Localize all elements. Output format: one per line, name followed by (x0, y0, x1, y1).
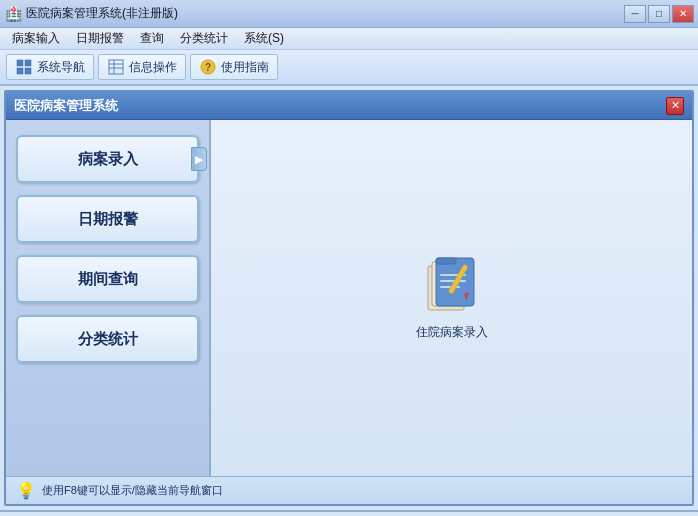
toolbar: 系统导航 信息操作 ? 使用指南 (0, 50, 698, 86)
svg-rect-13 (436, 258, 456, 264)
content-item-record[interactable]: 住院病案录入 (416, 256, 488, 341)
svg-rect-2 (17, 68, 23, 74)
sidebar-btn-query[interactable]: 期间查询 (16, 255, 199, 303)
help-icon: ? (199, 58, 217, 76)
window-content: 病案录入 ▶ 日期报警 期间查询 分类统计 (6, 120, 692, 476)
svg-text:?: ? (205, 62, 211, 73)
app-statusbar: 🌐 准备 👤 Admin 🌸 欢迎使用我们的产品！ (0, 510, 698, 516)
main-window: 医院病案管理系统 ✕ 病案录入 ▶ 日期报警 期间查询 分类统计 (4, 90, 694, 506)
menu-item-record[interactable]: 病案输入 (4, 28, 68, 49)
maximize-button[interactable]: □ (648, 5, 670, 23)
window-statusbar: 💡 使用F8键可以显示/隐藏当前导航窗口 (6, 476, 692, 504)
toolbar-guide-button[interactable]: ? 使用指南 (190, 54, 278, 80)
sidebar-btn-query-label: 期间查询 (78, 270, 138, 289)
menu-item-query[interactable]: 查询 (132, 28, 172, 49)
toolbar-nav-label: 系统导航 (37, 59, 85, 76)
app-title: 医院病案管理系统(非注册版) (26, 5, 624, 22)
svg-rect-15 (440, 280, 466, 282)
grid-icon (15, 58, 33, 76)
svg-rect-1 (25, 60, 31, 66)
toolbar-info-button[interactable]: 信息操作 (98, 54, 186, 80)
window-title: 医院病案管理系统 (14, 97, 666, 115)
toolbar-nav-button[interactable]: 系统导航 (6, 54, 94, 80)
sidebar-btn-record[interactable]: 病案录入 ▶ (16, 135, 199, 183)
window-close-button[interactable]: ✕ (666, 97, 684, 115)
bulb-icon: 💡 (16, 481, 36, 500)
book-icon (420, 256, 484, 316)
title-bar: 🏥 医院病案管理系统(非注册版) ─ □ ✕ (0, 0, 698, 28)
toolbar-guide-label: 使用指南 (221, 59, 269, 76)
svg-rect-0 (17, 60, 23, 66)
sidebar-btn-stats-label: 分类统计 (78, 330, 138, 349)
sidebar-btn-date-label: 日期报警 (78, 210, 138, 229)
menu-item-system[interactable]: 系统(S) (236, 28, 292, 49)
table-icon (107, 58, 125, 76)
content-item-label: 住院病案录入 (416, 324, 488, 341)
sidebar-btn-date[interactable]: 日期报警 (16, 195, 199, 243)
svg-rect-3 (25, 68, 31, 74)
app-icon: 🏥 (4, 5, 22, 23)
menu-item-stats[interactable]: 分类统计 (172, 28, 236, 49)
window-titlebar: 医院病案管理系统 ✕ (6, 92, 692, 120)
sidebar-btn-record-label: 病案录入 (78, 150, 138, 169)
svg-rect-4 (109, 60, 123, 74)
sidebar: 病案录入 ▶ 日期报警 期间查询 分类统计 (6, 120, 211, 476)
close-button[interactable]: ✕ (672, 5, 694, 23)
sidebar-btn-stats[interactable]: 分类统计 (16, 315, 199, 363)
menu-bar: 病案输入 日期报警 查询 分类统计 系统(S) (0, 28, 698, 50)
sidebar-arrow-icon: ▶ (191, 147, 207, 171)
content-area: 住院病案录入 (211, 120, 692, 476)
menu-item-date[interactable]: 日期报警 (68, 28, 132, 49)
window-status-text: 使用F8键可以显示/隐藏当前导航窗口 (42, 483, 223, 498)
toolbar-info-label: 信息操作 (129, 59, 177, 76)
window-controls: ─ □ ✕ (624, 5, 694, 23)
minimize-button[interactable]: ─ (624, 5, 646, 23)
